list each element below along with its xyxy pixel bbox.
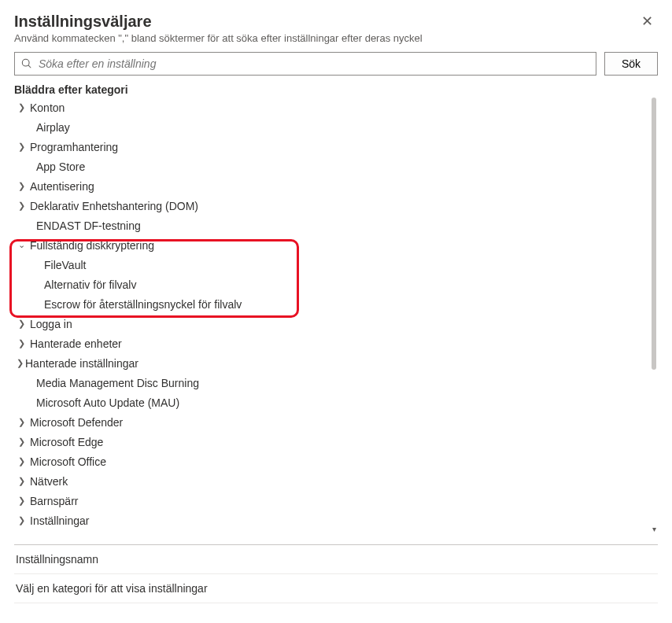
tree-item-installningar[interactable]: ❯ Inställningar bbox=[14, 511, 658, 530]
svg-point-0 bbox=[22, 59, 29, 66]
tree-item-office[interactable]: ❯ Microsoft Office bbox=[14, 452, 658, 471]
search-icon bbox=[21, 58, 32, 69]
tree-item-autentisering[interactable]: ❯ Autentisering bbox=[14, 176, 658, 196]
chevron-right-icon: ❯ bbox=[16, 142, 27, 152]
tree-item-programhantering[interactable]: ❯ Programhantering bbox=[14, 137, 658, 157]
settings-empty-message: Välj en kategori för att visa inställnin… bbox=[14, 574, 658, 603]
chevron-right-icon: ❯ bbox=[16, 456, 27, 466]
tree-label: Escrow för återställningsnyckel för filv… bbox=[44, 298, 242, 311]
chevron-right-icon: ❯ bbox=[16, 476, 27, 486]
tree-label: Barnspärr bbox=[30, 495, 78, 507]
tree-item-airplay[interactable]: Airplay bbox=[14, 117, 658, 137]
tree-label: Programhantering bbox=[30, 141, 118, 153]
tree-label: Autentisering bbox=[30, 180, 94, 193]
search-box[interactable] bbox=[14, 52, 596, 76]
tree-item-hanterade-installningar[interactable]: ❯ Hanterade inställningar bbox=[14, 353, 658, 373]
chevron-right-icon: ❯ bbox=[16, 515, 27, 525]
tree-item-dom[interactable]: ❯ Deklarativ Enhetshantering (DOM) bbox=[14, 196, 658, 216]
tree-item-filevault[interactable]: FileVault bbox=[14, 255, 658, 275]
tree-item-hanterade-enheter[interactable]: ❯ Hanterade enheter bbox=[14, 334, 658, 353]
tree-item-media-disc-burning[interactable]: Media Management Disc Burning bbox=[14, 373, 658, 393]
tree-label: Nätverk bbox=[30, 475, 68, 488]
chevron-right-icon: ❯ bbox=[16, 319, 27, 329]
tree-item-logga-in[interactable]: ❯ Logga in bbox=[14, 314, 658, 334]
chevron-right-icon: ❯ bbox=[16, 201, 27, 211]
tree-label: Hanterade inställningar bbox=[25, 357, 138, 370]
tree-item-defender[interactable]: ❯ Microsoft Defender bbox=[14, 412, 658, 432]
page-subtitle: Använd kommatecken "," bland söktermer f… bbox=[14, 32, 658, 44]
chevron-right-icon: ❯ bbox=[16, 496, 27, 506]
chevron-right-icon: ❯ bbox=[16, 181, 27, 191]
tree-item-filvalv-alternativ[interactable]: Alternativ för filvalv bbox=[14, 275, 658, 294]
tree-label: FileVault bbox=[44, 259, 86, 271]
tree-item-dftest[interactable]: ENDAST DF-testning bbox=[14, 216, 658, 235]
chevron-right-icon: ❯ bbox=[16, 437, 27, 447]
scroll-down-icon[interactable]: ▾ bbox=[650, 522, 658, 536]
tree-item-mau[interactable]: Microsoft Auto Update (MAU) bbox=[14, 393, 658, 412]
tree-label: Alternativ för filvalv bbox=[44, 278, 136, 291]
tree-label: Microsoft Office bbox=[30, 455, 106, 468]
tree-label: Microsoft Defender bbox=[30, 416, 123, 429]
browse-label: Bläddra efter kategori bbox=[14, 83, 658, 96]
tree-label: Airplay bbox=[36, 121, 70, 134]
tree-item-appstore[interactable]: App Store bbox=[14, 157, 658, 176]
search-button[interactable]: Sök bbox=[604, 52, 658, 76]
tree-item-natverk[interactable]: ❯ Nätverk bbox=[14, 471, 658, 491]
chevron-right-icon: ❯ bbox=[16, 417, 27, 427]
close-button[interactable]: ✕ bbox=[637, 13, 658, 30]
tree-label: App Store bbox=[36, 160, 85, 173]
tree-label: Hanterade enheter bbox=[30, 337, 122, 350]
tree-item-escrow[interactable]: Escrow för återställningsnyckel för filv… bbox=[14, 294, 658, 314]
close-icon: ✕ bbox=[641, 13, 653, 29]
svg-line-1 bbox=[28, 65, 31, 68]
tree-label: ENDAST DF-testning bbox=[36, 219, 141, 232]
scrollbar[interactable]: ▾ bbox=[650, 98, 658, 536]
tree-label: Inställningar bbox=[30, 514, 90, 527]
category-tree: ❯ Konton Airplay ❯ Programhantering App … bbox=[14, 98, 658, 543]
tree-label: Logga in bbox=[30, 318, 72, 330]
tree-label: Microsoft Edge bbox=[30, 436, 103, 448]
search-input[interactable] bbox=[37, 57, 589, 71]
tree-item-barnsparr[interactable]: ❯ Barnspärr bbox=[14, 491, 658, 511]
scroll-thumb[interactable] bbox=[652, 98, 656, 370]
page-title: Inställningsväljare bbox=[14, 13, 152, 31]
chevron-right-icon: ❯ bbox=[14, 358, 25, 368]
chevron-right-icon: ❯ bbox=[16, 102, 27, 112]
tree-item-fullstandig-diskkryptering[interactable]: ⌄ Fullständig diskkryptering bbox=[14, 235, 658, 255]
chevron-down-icon: ⌄ bbox=[16, 240, 27, 250]
tree-item-konton[interactable]: ❯ Konton bbox=[14, 98, 658, 117]
tree-label: Microsoft Auto Update (MAU) bbox=[36, 396, 179, 409]
tree-label: Deklarativ Enhetshantering (DOM) bbox=[30, 200, 198, 212]
tree-label: Konton bbox=[30, 101, 65, 114]
chevron-right-icon: ❯ bbox=[16, 338, 27, 348]
tree-item-edge[interactable]: ❯ Microsoft Edge bbox=[14, 432, 658, 452]
settings-column-header: Inställningsnamn bbox=[14, 545, 658, 574]
tree-label: Fullständig diskkryptering bbox=[30, 239, 154, 252]
tree-label: Media Management Disc Burning bbox=[36, 377, 199, 389]
